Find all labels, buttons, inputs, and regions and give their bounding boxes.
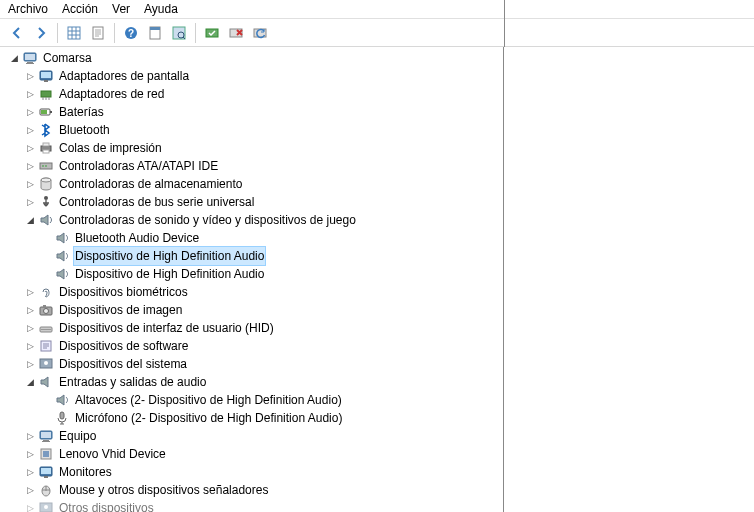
- help-button[interactable]: [120, 22, 142, 44]
- tree-item-imaging[interactable]: ▷ Dispositivos de imagen: [0, 301, 503, 319]
- tree-item-network-adapters[interactable]: ▷ Adaptadores de red: [0, 85, 503, 103]
- tree-item-mouse[interactable]: ▷ Mouse y otros dispositivos señaladores: [0, 481, 503, 499]
- expander-icon[interactable]: ▷: [22, 193, 38, 211]
- enable-button[interactable]: [201, 22, 223, 44]
- tree-item-batteries[interactable]: ▷ Baterías: [0, 103, 503, 121]
- tree-item-system-devices[interactable]: ▷ Dispositivos del sistema: [0, 355, 503, 373]
- storage-icon: [38, 176, 54, 192]
- mic-icon: [54, 410, 70, 426]
- mouse-icon: [38, 482, 54, 498]
- menu-archivo[interactable]: Archivo: [8, 2, 48, 16]
- expander-icon[interactable]: ◢: [22, 211, 38, 229]
- tree-item-audio-io[interactable]: ◢ Entradas y salidas de audio: [0, 373, 503, 391]
- expander-icon[interactable]: ▷: [22, 139, 38, 157]
- hid-icon: [38, 320, 54, 336]
- audio-io-icon: [38, 374, 54, 390]
- speaker-icon: [38, 212, 54, 228]
- camera-icon: [38, 302, 54, 318]
- back-button[interactable]: [6, 22, 28, 44]
- expander-icon[interactable]: ▷: [22, 481, 38, 499]
- tree-root[interactable]: ◢ Comarsa: [0, 49, 503, 67]
- software-icon: [38, 338, 54, 354]
- menu-ver[interactable]: Ver: [112, 2, 130, 16]
- tree-item-other-devices[interactable]: ▷ Otros dispositivos: [0, 499, 503, 512]
- bluetooth-icon: [38, 122, 54, 138]
- biometric-icon: [38, 284, 54, 300]
- details-button[interactable]: [87, 22, 109, 44]
- tree-item-print-queues[interactable]: ▷ Colas de impresión: [0, 139, 503, 157]
- monitor-icon: [38, 68, 54, 84]
- tree-item-monitors[interactable]: ▷ Monitores: [0, 463, 503, 481]
- ata-icon: [38, 158, 54, 174]
- forward-button[interactable]: [30, 22, 52, 44]
- speaker-icon: [54, 248, 70, 264]
- scan-button[interactable]: [168, 22, 190, 44]
- tree-item-bluetooth[interactable]: ▷ Bluetooth: [0, 121, 503, 139]
- expander-icon[interactable]: ▷: [22, 175, 38, 193]
- tree-item-bt-audio-device[interactable]: Bluetooth Audio Device: [0, 229, 503, 247]
- tree-item-software-devices[interactable]: ▷ Dispositivos de software: [0, 337, 503, 355]
- root-label: Comarsa: [41, 49, 94, 67]
- tree-item-hd-audio-2[interactable]: Dispositivo de High Definition Audio: [0, 265, 503, 283]
- expander-icon[interactable]: ◢: [6, 49, 22, 67]
- menu-ayuda[interactable]: Ayuda: [144, 2, 178, 16]
- computer-icon: [22, 50, 38, 66]
- speaker-icon: [54, 230, 70, 246]
- tree-item-ata-controllers[interactable]: ▷ Controladoras ATA/ATAPI IDE: [0, 157, 503, 175]
- tree-item-sound-controllers[interactable]: ◢ Controladoras de sonido y vídeo y disp…: [0, 211, 503, 229]
- tree-item-usb-controllers[interactable]: ▷ Controladoras de bus serie universal: [0, 193, 503, 211]
- expander-icon[interactable]: ▷: [22, 301, 38, 319]
- expander-icon[interactable]: ▷: [22, 463, 38, 481]
- tree-item-equipment[interactable]: ▷ Equipo: [0, 427, 503, 445]
- battery-icon: [38, 104, 54, 120]
- tree-item-storage-controllers[interactable]: ▷ Controladoras de almacenamiento: [0, 175, 503, 193]
- expander-icon[interactable]: ▷: [22, 499, 38, 512]
- disable-button[interactable]: [225, 22, 247, 44]
- expander-icon[interactable]: ▷: [22, 157, 38, 175]
- toolbar: [0, 19, 754, 47]
- system-icon: [38, 356, 54, 372]
- menu-bar: Archivo Acción Ver Ayuda: [0, 0, 754, 19]
- monitor-icon: [38, 464, 54, 480]
- network-icon: [38, 86, 54, 102]
- expander-icon[interactable]: ▷: [22, 319, 38, 337]
- tree-item-speakers[interactable]: Altavoces (2- Dispositivo de High Defini…: [0, 391, 503, 409]
- tree-item-hd-audio-1[interactable]: Dispositivo de High Definition Audio: [0, 247, 503, 265]
- show-hide-tree-button[interactable]: [63, 22, 85, 44]
- expander-icon[interactable]: ▷: [22, 283, 38, 301]
- expander-icon[interactable]: ◢: [22, 373, 38, 391]
- computer-icon: [38, 428, 54, 444]
- tree-item-hid[interactable]: ▷ Dispositivos de interfaz de usuario (H…: [0, 319, 503, 337]
- expander-icon[interactable]: ▷: [22, 445, 38, 463]
- tree-item-display-adapters[interactable]: ▷ Adaptadores de pantalla: [0, 67, 503, 85]
- speaker-icon: [54, 392, 70, 408]
- usb-icon: [38, 194, 54, 210]
- lenovo-icon: [38, 446, 54, 462]
- device-tree[interactable]: ◢ Comarsa ▷ Adaptadores de pantalla ▷ Ad…: [0, 47, 504, 512]
- expander-icon[interactable]: ▷: [22, 103, 38, 121]
- tree-item-biometric[interactable]: ▷ Dispositivos biométricos: [0, 283, 503, 301]
- expander-icon[interactable]: ▷: [22, 427, 38, 445]
- expander-icon[interactable]: ▷: [22, 121, 38, 139]
- expander-icon[interactable]: ▷: [22, 355, 38, 373]
- system-icon: [38, 500, 54, 512]
- expander-icon[interactable]: ▷: [22, 67, 38, 85]
- expander-icon[interactable]: ▷: [22, 337, 38, 355]
- update-driver-button[interactable]: [249, 22, 271, 44]
- properties-button[interactable]: [144, 22, 166, 44]
- tree-item-lenovo-vhid[interactable]: ▷ Lenovo Vhid Device: [0, 445, 503, 463]
- speaker-icon: [54, 266, 70, 282]
- tree-item-microphone[interactable]: Micrófono (2- Dispositivo de High Defini…: [0, 409, 503, 427]
- menu-accion[interactable]: Acción: [62, 2, 98, 16]
- details-pane: [504, 47, 754, 512]
- expander-icon[interactable]: ▷: [22, 85, 38, 103]
- printer-icon: [38, 140, 54, 156]
